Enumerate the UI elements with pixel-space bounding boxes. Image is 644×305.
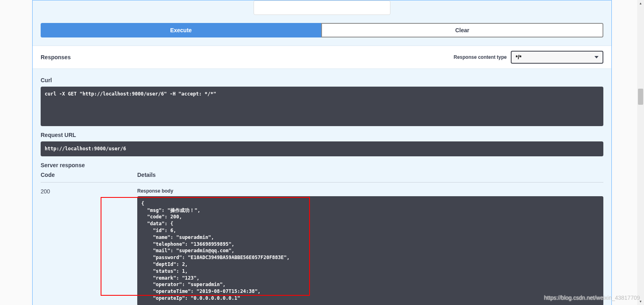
response-body[interactable]: { "msg": "操作成功！", "code": 200, "data": {… bbox=[137, 196, 603, 305]
column-header-code: Code bbox=[41, 172, 137, 178]
execute-button[interactable]: Execute bbox=[41, 23, 321, 37]
response-content-type-select[interactable]: */* bbox=[511, 51, 603, 64]
action-buttons-row: Execute Clear bbox=[33, 23, 611, 46]
clear-button[interactable]: Clear bbox=[321, 23, 603, 37]
request-url-label: Request URL bbox=[41, 132, 603, 138]
responses-heading: Responses bbox=[41, 54, 71, 60]
parameters-area bbox=[33, 0, 611, 23]
responses-header: Responses Response content type */* bbox=[33, 46, 611, 69]
curl-label: Curl bbox=[41, 77, 603, 83]
curl-command[interactable]: curl -X GET "http://localhost:9000/user/… bbox=[41, 87, 603, 126]
response-details: Response body { "msg": "操作成功！", "code": … bbox=[137, 188, 603, 305]
response-content-type-label: Response content type bbox=[454, 54, 507, 60]
request-url-value[interactable]: http://localhost:9000/user/6 bbox=[41, 141, 603, 156]
server-response-label: Server response bbox=[41, 162, 603, 168]
response-content-type-container: Response content type */* bbox=[454, 51, 603, 64]
column-header-details: Details bbox=[137, 172, 603, 178]
vertical-scrollbar[interactable]: ▲ ▼ bbox=[637, 0, 644, 305]
response-body-label: Response body bbox=[137, 188, 603, 194]
response-status-code: 200 bbox=[41, 188, 137, 305]
scrollbar-thumb[interactable] bbox=[638, 89, 643, 105]
response-row: 200 Response body { "msg": "操作成功！", "cod… bbox=[41, 188, 603, 305]
parameter-input[interactable] bbox=[254, 0, 390, 15]
response-table-header: Code Details bbox=[41, 172, 603, 183]
results-area: Curl curl -X GET "http://localhost:9000/… bbox=[33, 69, 611, 305]
watermark: https://blog.csdn.net/weixin_43817709 bbox=[544, 295, 640, 301]
scroll-up-arrow[interactable]: ▲ bbox=[637, 0, 644, 7]
api-operation-panel: Execute Clear Responses Response content… bbox=[32, 0, 612, 305]
